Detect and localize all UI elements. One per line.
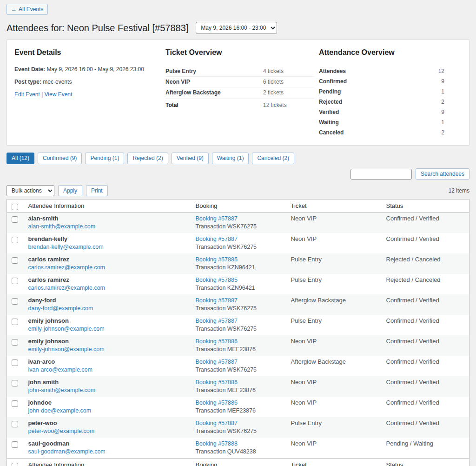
- attendee-status: Confirmed / Verified: [382, 356, 469, 376]
- apply-button[interactable]: Apply: [58, 185, 82, 196]
- attendee-name: carlos ramirez: [28, 256, 186, 263]
- view-event-link[interactable]: View Event: [45, 91, 73, 98]
- row-checkbox[interactable]: [12, 380, 18, 386]
- row-checkbox[interactable]: [12, 441, 18, 448]
- attendee-name: carlos ramirez: [28, 276, 186, 283]
- booking-link[interactable]: Booking #57887: [196, 236, 238, 243]
- booking-link[interactable]: Booking #57886: [196, 399, 238, 406]
- attendee-status: Confirmed / Verified: [382, 417, 469, 438]
- booking-link[interactable]: Booking #57887: [196, 318, 238, 325]
- ticket-row: Neon VIP6 tickets: [165, 77, 314, 87]
- filter-all[interactable]: All (12): [7, 153, 34, 164]
- attendee-email-link[interactable]: carlos.ramirez@example.com: [28, 285, 106, 291]
- column-header-status: Status: [382, 200, 469, 213]
- attendee-email-link[interactable]: carlos.ramirez@example.com: [28, 264, 106, 271]
- ticket-total-row: Total 12 tickets: [165, 99, 314, 110]
- filter-waiting[interactable]: Waiting (1): [212, 153, 249, 164]
- row-checkbox[interactable]: [12, 400, 18, 407]
- booking-link[interactable]: Booking #57887: [196, 215, 238, 222]
- attendance-stat-row-label: Attendees: [319, 68, 438, 74]
- attendee-email-link[interactable]: dany-ford@example.com: [28, 305, 93, 312]
- attendance-stat-row-label: Verified: [319, 109, 441, 115]
- select-all-checkbox[interactable]: [12, 204, 18, 210]
- row-checkbox[interactable]: [12, 257, 18, 264]
- attendee-name: emily johnson: [28, 338, 186, 345]
- title-row: Attendees for: Neon Pulse Festival [#578…: [7, 22, 469, 34]
- row-checkbox[interactable]: [12, 237, 18, 243]
- row-checkbox[interactable]: [12, 278, 18, 284]
- transaction-id: Transaction WSK76275: [196, 223, 282, 230]
- links-separator: |: [41, 91, 43, 98]
- booking-link[interactable]: Booking #57886: [196, 379, 238, 386]
- column-footer-attendee: Attendee Information: [24, 459, 191, 466]
- attendee-row: dany-forddany-ford@example.comBooking #5…: [7, 294, 469, 315]
- filter-verified[interactable]: Verified (9): [172, 153, 209, 164]
- attendee-email-link[interactable]: saul-goodman@example.com: [28, 448, 106, 455]
- row-checkbox[interactable]: [12, 298, 18, 305]
- booking-link[interactable]: Booking #57885: [196, 277, 238, 284]
- transaction-id: Transaction KZN96421: [196, 285, 282, 292]
- event-date-line: Event Date: May 9, 2026 16:00 - May 9, 2…: [14, 66, 165, 73]
- transaction-id: Transaction WSK76275: [196, 305, 282, 312]
- attendee-email-link[interactable]: john-doe@example.com: [28, 407, 92, 414]
- row-checkbox[interactable]: [12, 421, 18, 427]
- attendee-status: Confirmed / Verified: [382, 335, 469, 356]
- booking-link[interactable]: Booking #57885: [196, 256, 238, 263]
- attendee-email-link[interactable]: alan-smith@example.com: [28, 223, 96, 230]
- ticket-row-value: 2 tickets: [263, 89, 314, 96]
- attendance-stat-row-label: Pending: [319, 88, 441, 95]
- booking-link[interactable]: Booking #57888: [196, 440, 238, 447]
- print-button[interactable]: Print: [86, 185, 108, 196]
- filter-confirmed[interactable]: Confirmed (9): [38, 153, 82, 164]
- column-footer-status: Status: [382, 459, 469, 466]
- attendance-stat-row-label: Canceled: [319, 129, 441, 136]
- attendance-stat-row-value: 1: [441, 88, 444, 95]
- filter-rejected[interactable]: Rejected (2): [127, 153, 168, 164]
- row-checkbox[interactable]: [12, 319, 18, 325]
- filter-canceled[interactable]: Canceled (2): [252, 153, 294, 164]
- row-checkbox[interactable]: [12, 339, 18, 346]
- attendee-email-link[interactable]: emily-johnson@example.com: [28, 346, 105, 353]
- post-type-line: Post type: mec-events: [14, 79, 165, 85]
- event-date-select[interactable]: May 9, 2026 16:00 - 23:00: [196, 22, 277, 34]
- ticket-name: Neon VIP: [286, 438, 382, 459]
- row-checkbox[interactable]: [12, 216, 18, 223]
- attendee-email-link[interactable]: ivan-arco@example.com: [28, 366, 93, 373]
- attendee-row: ivan-arcoivan-arco@example.comBooking #5…: [7, 356, 469, 376]
- attendance-overview-section: Attendance Overview Attendees12Confirmed…: [319, 48, 462, 138]
- bulk-actions-select[interactable]: Bulk actions: [7, 185, 54, 196]
- select-all-checkbox-bottom[interactable]: [12, 463, 18, 466]
- attendance-stat-row-value: 9: [441, 109, 444, 115]
- search-input[interactable]: [350, 169, 412, 180]
- page-title: Attendees for: Neon Pulse Festival [#578…: [7, 22, 188, 34]
- transaction-id: Transaction QUV48238: [196, 448, 282, 455]
- booking-link[interactable]: Booking #57886: [196, 338, 238, 345]
- ticket-name: Neon VIP: [286, 397, 382, 417]
- attendance-stat-row-label: Confirmed: [319, 78, 441, 85]
- attendance-overview-heading: Attendance Overview: [319, 48, 462, 57]
- search-attendees-button[interactable]: Search attendees: [416, 168, 469, 180]
- ticket-row: Pulse Entry4 tickets: [165, 66, 314, 77]
- attendee-row: johndoejohn-doe@example.comBooking #5788…: [7, 397, 469, 417]
- attendee-name: brendan-kelly: [28, 235, 186, 242]
- booking-link[interactable]: Booking #57887: [196, 420, 238, 427]
- filter-pending[interactable]: Pending (1): [85, 153, 124, 164]
- attendee-row: carlos ramirezcarlos.ramirez@example.com…: [7, 274, 469, 294]
- attendee-email-link[interactable]: emily-johnson@example.com: [28, 326, 105, 332]
- edit-event-link[interactable]: Edit Event: [14, 91, 40, 98]
- event-details-heading: Event Details: [14, 48, 165, 57]
- attendee-email-link[interactable]: peter-woo@example.com: [28, 428, 95, 434]
- ticket-row-label: Neon VIP: [165, 79, 263, 85]
- transaction-id: Transaction WSK76275: [196, 428, 282, 435]
- attendee-email-link[interactable]: brendan-kelly@example.com: [28, 244, 104, 250]
- all-events-back-button[interactable]: ←All Events: [7, 4, 48, 15]
- attendee-status: Pending / Waiting: [382, 438, 469, 459]
- booking-link[interactable]: Booking #57887: [196, 297, 238, 304]
- attendee-email-link[interactable]: john-smith@example.com: [28, 387, 96, 393]
- ticket-row-label: Pulse Entry: [165, 68, 263, 74]
- booking-link[interactable]: Booking #57887: [196, 359, 238, 366]
- attendee-name: john smith: [28, 379, 186, 386]
- row-checkbox[interactable]: [12, 359, 18, 366]
- attendance-stat-row: Pending1: [319, 87, 444, 97]
- attendance-list: Attendees12Confirmed9Pending1Rejected2Ve…: [319, 66, 444, 138]
